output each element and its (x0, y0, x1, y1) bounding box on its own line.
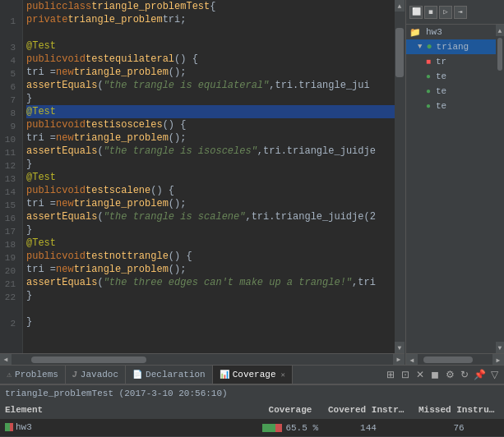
code-line: } (26, 92, 395, 105)
code-line: @Test (26, 39, 395, 53)
code-line: } (26, 223, 395, 237)
code-line: } (26, 315, 395, 329)
code-line: } (26, 289, 395, 302)
coverage-close-btn[interactable]: ✕ (281, 370, 285, 380)
tree-item-tr[interactable]: ■tr (406, 54, 496, 69)
code-line: @Test (26, 171, 395, 184)
rv-scroll-thumb[interactable] (497, 38, 502, 71)
tree-view: 📁hw3▼●triang■tr●te●te●te (406, 25, 496, 353)
h-scroll-left-btn[interactable]: ◀ (0, 354, 12, 366)
coverage-panel: Element Coverage Covered Instru... Misse… (0, 401, 504, 437)
rh-left-btn[interactable]: ◀ (406, 354, 418, 365)
horizontal-scrollbar[interactable]: ◀ ▶ (0, 353, 405, 365)
scroll-down-btn[interactable]: ▼ (395, 342, 405, 353)
tab-btn-close[interactable]: ✕ (414, 368, 427, 381)
toolbar-btn-3[interactable]: ▷ (439, 6, 452, 19)
tab-coverage[interactable]: 📊 Coverage ✕ (213, 366, 293, 384)
element-icon (5, 423, 13, 431)
tree-item-hw3[interactable]: 📁hw3 (406, 25, 496, 39)
tab-btn-stop[interactable]: ◼ (428, 368, 442, 381)
code-editor: 13456789101112131415161718192021222 publ… (0, 0, 405, 365)
tree-item-te3[interactable]: ●te (406, 99, 496, 113)
col-missed: Missed Instru... (414, 405, 504, 415)
tab-declaration[interactable]: 📄 Declaration (126, 366, 213, 384)
rv-scroll-down[interactable]: ▼ (496, 342, 504, 353)
tab-problems[interactable]: ⚠ Problems (0, 366, 66, 384)
tree-item-icon: ● (426, 72, 431, 81)
code-content: 13456789101112131415161718192021222 publ… (0, 0, 405, 353)
vertical-scrollbar[interactable]: ▲ ▼ (395, 0, 405, 353)
tab-btn-4[interactable]: ⚙ (443, 368, 456, 381)
tree-item-te1[interactable]: ●te (406, 69, 496, 84)
tree-item-label: te (436, 71, 446, 81)
scroll-thumb[interactable] (395, 28, 404, 77)
rh-track[interactable] (419, 356, 491, 363)
bottom-tabs: ⚠ Problems J Javadoc 📄 Declaration 📊 Cov… (0, 365, 504, 384)
tree-item-label: te (436, 86, 446, 96)
row-missed-instr: 76 (414, 423, 504, 433)
code-line (26, 26, 395, 39)
cov-bar-red (275, 424, 283, 432)
coverage-status: triangle_problemTest (2017-3-10 20:56:10… (0, 384, 504, 401)
tab-btn-1[interactable]: ⊞ (384, 368, 397, 381)
right-h-scrollbar[interactable]: ◀ ▶ (406, 353, 504, 365)
toolbar-btn-2[interactable]: ◼ (424, 6, 437, 19)
rv-scroll-up[interactable]: ▲ (496, 25, 504, 36)
tab-javadoc[interactable]: J Javadoc (66, 366, 126, 384)
tab-btn-2[interactable]: ⊡ (399, 368, 412, 381)
tree-item-icon: ● (426, 102, 431, 111)
code-line: } (26, 158, 395, 171)
code-line: tri = new triangle_problem(); (26, 131, 395, 145)
folder-icon: 📁 (409, 27, 421, 38)
h-scroll-track[interactable] (15, 356, 390, 363)
scroll-track[interactable] (395, 12, 405, 342)
right-panel: ⬜ ◼ ▷ ⇥ 📁hw3▼●triang■tr●te●te●te ▲ ▼ ◀ ▶ (405, 0, 504, 365)
code-line: public void testscalene() { (26, 184, 395, 197)
toolbar-btn-1[interactable]: ⬜ (409, 6, 423, 19)
row-covered-instr: 144 (323, 423, 414, 433)
cov-bar-track (262, 424, 282, 432)
code-lines: public class triangle_problemTest { priv… (23, 0, 395, 353)
rh-thumb[interactable] (423, 356, 473, 363)
tree-label-hw3: hw3 (426, 27, 442, 37)
right-panel-toolbar: ⬜ ◼ ▷ ⇥ (409, 6, 467, 19)
rv-scroll-track[interactable] (496, 36, 504, 342)
scroll-up-btn[interactable]: ▲ (395, 0, 405, 12)
code-line: public class triangle_problemTest { (26, 0, 395, 13)
tab-declaration-label: Declaration (146, 370, 206, 380)
rh-right-btn[interactable]: ▶ (492, 354, 504, 365)
right-v-scroll[interactable]: ▲ ▼ (496, 25, 504, 353)
declaration-icon: 📄 (132, 370, 142, 380)
code-line: assertEquals("the trangle is isosceles",… (26, 145, 395, 158)
coverage-icon: 📊 (220, 370, 229, 380)
tree-item-icon: ● (426, 87, 431, 96)
tab-right-buttons: ⊞ ⊡ ✕ ◼ ⚙ ↻ 📌 ▽ (381, 368, 504, 381)
cov-bar-green (262, 424, 275, 432)
col-coverage: Coverage (257, 405, 323, 415)
code-line: @Test (26, 105, 395, 118)
line-numbers: 13456789101112131415161718192021222 (0, 0, 23, 353)
h-scroll-right-btn[interactable]: ▶ (393, 354, 405, 366)
code-line: public void testequilateral() { (26, 53, 395, 66)
row-coverage-pct: 65.5 % (285, 423, 318, 433)
col-covered: Covered Instru... (323, 405, 414, 415)
code-line: assertEquals("the three edges can't make… (26, 276, 395, 289)
code-line (26, 302, 395, 315)
code-line: tri = new triangle_problem(); (26, 66, 395, 79)
tab-btn-minimize[interactable]: ▽ (488, 368, 501, 381)
tab-btn-5[interactable]: ↻ (458, 368, 471, 381)
tab-btn-pin[interactable]: 📌 (473, 368, 486, 381)
tree-item-label: te (436, 101, 446, 111)
h-scroll-thumb[interactable] (31, 356, 146, 363)
tree-item-te2[interactable]: ●te (406, 84, 496, 99)
right-panel-header: ⬜ ◼ ▷ ⇥ (406, 0, 504, 25)
coverage-data-row: hw3 65.5 % 144 76 (0, 419, 504, 437)
bottom-area: ⚠ Problems J Javadoc 📄 Declaration 📊 Cov… (0, 365, 504, 437)
toolbar-btn-4[interactable]: ⇥ (454, 6, 467, 19)
tree-item-triangle[interactable]: ▼●triang (406, 39, 496, 54)
tab-coverage-label: Coverage (233, 370, 276, 380)
tree-label-triangle: triang (437, 42, 469, 52)
row-coverage: 65.5 % (257, 423, 323, 433)
right-panel-inner: 📁hw3▼●triang■tr●te●te●te ▲ ▼ (406, 25, 504, 353)
col-element: Element (0, 405, 257, 415)
